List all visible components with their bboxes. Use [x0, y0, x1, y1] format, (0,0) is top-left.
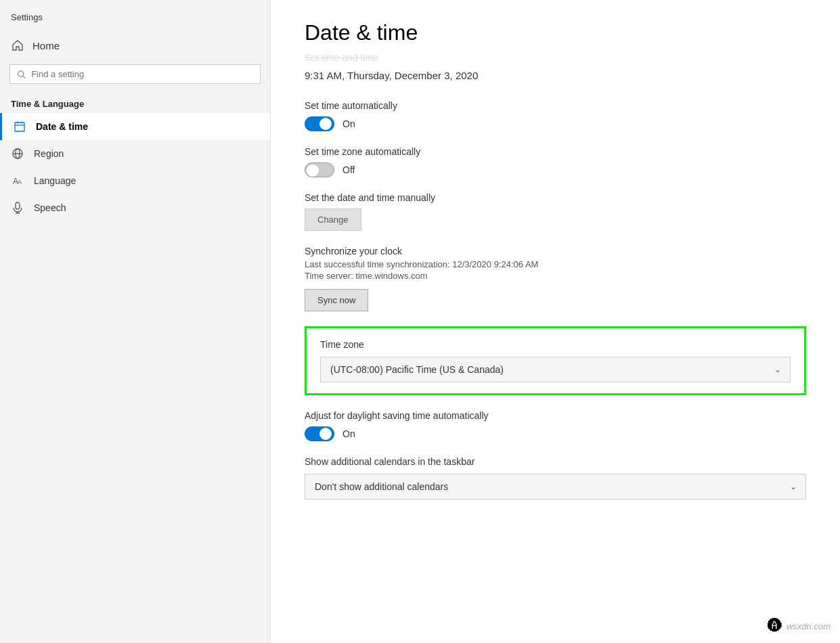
sidebar-label-speech: Speech — [34, 202, 66, 213]
set-timezone-auto-section: Set time zone automatically Off — [305, 146, 806, 177]
set-manually-section: Set the date and time manually Change — [305, 192, 806, 231]
sidebar-item-date-time[interactable]: Date & time — [0, 113, 270, 140]
svg-rect-11 — [16, 202, 20, 209]
sync-now-button[interactable]: Sync now — [305, 289, 368, 311]
set-manually-label: Set the date and time manually — [305, 192, 806, 203]
daylight-saving-row: On — [305, 426, 806, 441]
set-timezone-auto-state: Off — [342, 164, 355, 175]
toggle-knob — [319, 118, 332, 130]
sidebar: Settings Home Time & Language Date & tim… — [0, 0, 271, 643]
calendars-select-wrapper: Don't show additional calendars Simplifi… — [305, 474, 806, 500]
sidebar-item-speech[interactable]: Speech — [0, 194, 270, 221]
sync-last: Last successful time synchronization: 12… — [305, 259, 806, 269]
set-time-auto-toggle[interactable] — [305, 116, 334, 131]
set-time-auto-label: Set time automatically — [305, 100, 806, 111]
svg-text:A: A — [18, 179, 22, 185]
daylight-saving-label: Adjust for daylight saving time automati… — [305, 410, 806, 421]
sidebar-label-date-time: Date & time — [36, 121, 88, 132]
sync-title: Synchronize your clock — [305, 246, 806, 257]
page-title: Date & time — [305, 20, 806, 45]
search-box[interactable] — [9, 64, 261, 84]
set-timezone-auto-toggle[interactable] — [305, 162, 334, 177]
region-icon — [11, 147, 24, 160]
timezone-highlight-box: Time zone (UTC-08:00) Pacific Time (US &… — [305, 326, 806, 395]
sidebar-home[interactable]: Home — [0, 32, 270, 59]
current-time: 9:31 AM, Thursday, December 3, 2020 — [305, 70, 806, 81]
sync-server: Time server: time.windows.com — [305, 271, 806, 281]
home-icon — [11, 39, 24, 52]
sidebar-label-region: Region — [34, 148, 64, 159]
calendars-label: Show additional calendars in the taskbar — [305, 456, 806, 467]
date-time-icon — [13, 120, 26, 133]
set-timezone-auto-row: Off — [305, 162, 806, 177]
svg-point-0 — [18, 70, 23, 76]
watermark-logo: 🅐 — [768, 617, 782, 635]
sidebar-item-language[interactable]: A A Language — [0, 167, 270, 194]
svg-line-1 — [23, 76, 25, 78]
home-label: Home — [32, 40, 60, 51]
daylight-saving-section: Adjust for daylight saving time automati… — [305, 410, 806, 441]
speech-icon — [11, 201, 24, 215]
set-timezone-auto-label: Set time zone automatically — [305, 146, 806, 157]
set-time-auto-section: Set time automatically On — [305, 100, 806, 131]
svg-rect-2 — [15, 123, 24, 131]
app-title: Settings — [0, 0, 270, 32]
language-icon: A A — [11, 174, 24, 187]
daylight-saving-toggle[interactable] — [305, 426, 334, 441]
search-icon — [17, 70, 26, 79]
timezone-select[interactable]: (UTC-08:00) Pacific Time (US & Canada) U… — [320, 357, 791, 382]
sidebar-label-language: Language — [34, 175, 76, 186]
search-input[interactable] — [31, 69, 253, 79]
set-time-auto-row: On — [305, 116, 806, 131]
scroll-faded-text: Set time and time — [305, 52, 806, 63]
main-content: Date & time Set time and time 9:31 AM, T… — [271, 0, 840, 643]
toggle-knob-tz — [307, 164, 319, 177]
sidebar-item-region[interactable]: Region — [0, 140, 270, 167]
calendars-select[interactable]: Don't show additional calendars Simplifi… — [305, 474, 806, 500]
toggle-knob-dst — [319, 428, 332, 440]
timezone-select-wrapper: (UTC-08:00) Pacific Time (US & Canada) U… — [320, 357, 791, 382]
section-header: Time & Language — [0, 93, 270, 113]
change-button[interactable]: Change — [305, 208, 361, 231]
set-time-auto-state: On — [342, 118, 355, 129]
watermark-text: wsxdn.com — [787, 621, 831, 631]
daylight-saving-state: On — [342, 428, 355, 439]
sync-section: Synchronize your clock Last successful t… — [305, 246, 806, 311]
timezone-label: Time zone — [320, 339, 791, 350]
calendars-section: Show additional calendars in the taskbar… — [305, 456, 806, 500]
watermark: 🅐 wsxdn.com — [768, 617, 831, 635]
